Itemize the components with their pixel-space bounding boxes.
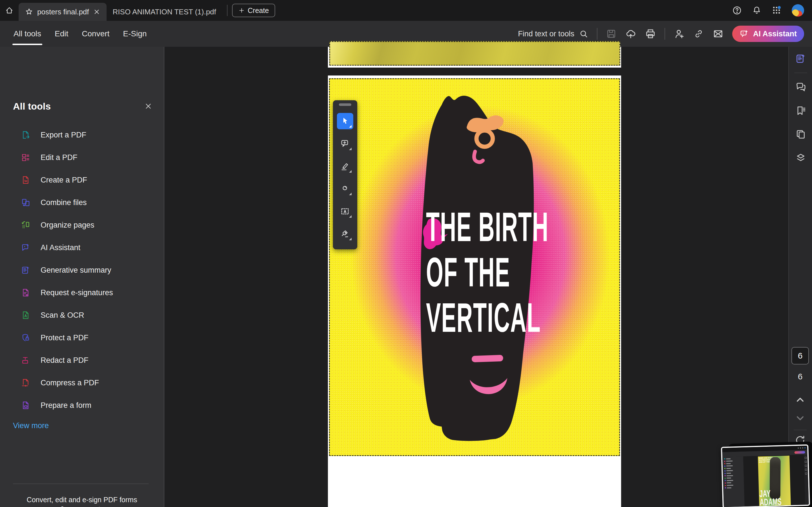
- create-button[interactable]: Create: [232, 4, 275, 17]
- pip-mini-sidebar: [722, 456, 745, 507]
- menu-all-tools[interactable]: All tools: [13, 21, 41, 47]
- mail-icon[interactable]: [712, 28, 724, 40]
- palette-drag-handle[interactable]: [339, 103, 351, 106]
- cloud-upload-icon[interactable]: [625, 28, 637, 40]
- view-more-link[interactable]: View more: [13, 421, 49, 430]
- close-icon[interactable]: [93, 8, 100, 15]
- redact-icon: [21, 355, 31, 365]
- thumbnails-panel[interactable]: [793, 126, 809, 142]
- compress-icon: [21, 378, 31, 388]
- pip-frame: WHEN GOD INVENTED SKATEBOARDING HE SAID …: [721, 445, 810, 507]
- protect-icon: [21, 333, 31, 342]
- pager-divider: [794, 430, 807, 430]
- find-label: Find text or tools: [518, 30, 574, 38]
- add-user-icon[interactable]: [673, 28, 685, 40]
- generative-summary-panel[interactable]: [793, 51, 809, 66]
- sidebar-item-label: Generative summary: [41, 266, 111, 275]
- headline-line1: THE BIRTH: [426, 204, 549, 249]
- pip-body: WHEN GOD INVENTED SKATEBOARDING HE SAID …: [722, 455, 809, 507]
- title-bar: posters final.pdf RISO ANIMATION TEST (1…: [0, 0, 812, 21]
- select-tool[interactable]: [337, 113, 353, 129]
- form-icon: [21, 400, 31, 410]
- sidebar-item-organize-pages[interactable]: Organize pages: [0, 214, 164, 236]
- fill-sign-tool[interactable]: [337, 226, 353, 242]
- screen-share-pip[interactable]: WHEN GOD INVENTED SKATEBOARDING HE SAID …: [721, 445, 810, 507]
- notifications-bell-icon[interactable]: [752, 5, 762, 15]
- highlight-tool[interactable]: [337, 158, 353, 174]
- organize-icon: [21, 220, 31, 230]
- quick-tools-palette: [333, 100, 357, 249]
- menu-convert[interactable]: Convert: [82, 21, 109, 47]
- promo-text: Convert, edit and e-sign PDF forms & agr…: [0, 495, 164, 507]
- comments-panel[interactable]: [793, 79, 809, 95]
- promo-line1: Convert, edit and e-sign PDF forms: [0, 495, 164, 504]
- sidebar-item-export-a-pdf[interactable]: Export a PDF: [0, 124, 164, 146]
- tab-divider: [227, 5, 227, 16]
- menu-edit[interactable]: Edit: [55, 21, 68, 47]
- sidebar-item-scan-ocr[interactable]: Scan & OCR: [0, 304, 164, 327]
- sidebar-item-request-e-signatures[interactable]: Request e-signatures: [0, 281, 164, 304]
- previous-page-artwork: [329, 41, 620, 66]
- ai-assistant-button[interactable]: AI Assistant: [732, 25, 804, 42]
- toolbar-divider: [665, 28, 665, 40]
- sidebar-item-label: Combine files: [41, 198, 87, 207]
- sidebar-item-compress-a-pdf[interactable]: Compress a PDF: [0, 372, 164, 394]
- avatar[interactable]: [792, 4, 804, 17]
- next-page-icon[interactable]: [795, 412, 806, 424]
- tab-riso-animation[interactable]: RISO ANIMATION TEST (1).pdf: [107, 3, 222, 21]
- home-button[interactable]: [0, 0, 18, 21]
- create-label: Create: [248, 6, 269, 15]
- sidebar-item-label: Prepare a form: [41, 401, 91, 410]
- star-icon[interactable]: [25, 8, 33, 16]
- text-select-tool[interactable]: [337, 203, 353, 219]
- page-navigator: 6 6: [788, 347, 812, 446]
- sidebar-item-label: Request e-signatures: [41, 288, 113, 297]
- poster-artwork: THE BIRTH OF THE VERTICAL: [329, 78, 620, 456]
- ai-assistant-label: AI Assistant: [753, 30, 797, 38]
- apps-grid-icon[interactable]: [771, 5, 782, 16]
- exportpdf-icon: [21, 130, 31, 140]
- sidebar-item-protect-a-pdf[interactable]: Protect a PDF: [0, 327, 164, 349]
- combine-icon: [21, 198, 31, 207]
- pip-mini-window: WHEN GOD INVENTED SKATEBOARDING HE SAID …: [722, 446, 809, 507]
- editpdf-icon: [21, 153, 31, 162]
- search-icon[interactable]: [579, 29, 589, 39]
- sidebar-item-ai-assistant[interactable]: AI Assistant: [0, 236, 164, 259]
- draw-tool[interactable]: [337, 180, 353, 197]
- sidebar-item-label: Scan & OCR: [41, 311, 84, 320]
- previous-page-icon[interactable]: [795, 394, 806, 406]
- home-icon: [5, 6, 14, 15]
- bookmarks-panel[interactable]: [793, 103, 809, 119]
- print-icon[interactable]: [645, 28, 656, 40]
- gensummary-icon: [21, 265, 31, 275]
- sidebar-item-label: Create a PDF: [41, 176, 87, 184]
- headline-line2: OF THE: [426, 249, 549, 295]
- sidebar-item-combine-files[interactable]: Combine files: [0, 191, 164, 214]
- sidebar-item-generative-summary[interactable]: Generative summary: [0, 259, 164, 281]
- sidebar-item-prepare-a-form[interactable]: Prepare a form: [0, 394, 164, 416]
- sidebar-item-label: Organize pages: [41, 221, 94, 230]
- close-panel-icon[interactable]: [144, 102, 153, 110]
- help-icon[interactable]: [732, 5, 742, 15]
- sidebar-item-edit-a-pdf[interactable]: Edit a PDF: [0, 146, 164, 169]
- sidebar-item-create-a-pdf[interactable]: Create a PDF: [0, 169, 164, 191]
- sidebar-item-label: Protect a PDF: [41, 334, 89, 342]
- document-canvas[interactable]: THE BIRTH OF THE VERTICAL: [164, 47, 788, 507]
- comment-tool[interactable]: [337, 135, 353, 152]
- menu-bar: All toolsEditConvertE-Sign: [0, 21, 147, 47]
- menu-e-sign[interactable]: E-Sign: [123, 21, 147, 47]
- acrobat-window: posters final.pdf RISO ANIMATION TEST (1…: [0, 0, 812, 507]
- link-icon[interactable]: [693, 29, 704, 39]
- find-bar[interactable]: Find text or tools: [518, 29, 589, 39]
- sidebar-item-label: Redact a PDF: [41, 356, 89, 365]
- sidebar-item-redact-a-pdf[interactable]: Redact a PDF: [0, 349, 164, 372]
- total-pages: 6: [798, 372, 803, 381]
- current-page-input[interactable]: 6: [792, 347, 809, 364]
- pip-mini-canvas: WHEN GOD INVENTED SKATEBOARDING HE SAID …: [743, 455, 805, 506]
- layers-panel[interactable]: [793, 150, 809, 166]
- sidebar-divider: [13, 484, 149, 484]
- toolbar-right: Find text or tools AI Assistant: [518, 25, 812, 42]
- tab-posters-final[interactable]: posters final.pdf: [18, 3, 107, 21]
- plus-icon: [238, 7, 245, 14]
- poster-headline: THE BIRTH OF THE VERTICAL: [426, 204, 620, 340]
